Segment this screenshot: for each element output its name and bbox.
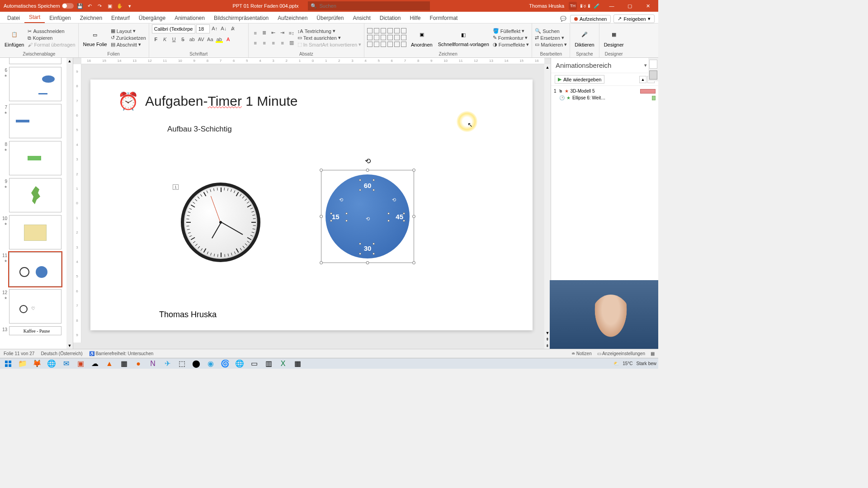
fill-button[interactable]: 🪣Fülleffekt▾ xyxy=(493,28,529,34)
powerpoint-icon[interactable]: ▣ xyxy=(74,359,87,369)
shadow-button[interactable]: ab xyxy=(188,35,196,43)
increase-font-button[interactable]: A↑ xyxy=(211,24,219,33)
status-notes[interactable]: ≐ Notizen xyxy=(571,351,592,356)
present-icon[interactable]: ▣ xyxy=(106,2,113,9)
outline-button[interactable]: ✎Formkontur▾ xyxy=(493,35,529,41)
slide-thumb-8[interactable]: 8★ xyxy=(1,141,70,175)
onenote-icon[interactable]: N xyxy=(146,359,159,369)
explorer-icon[interactable]: 📁 xyxy=(16,359,29,369)
rotate-handle-icon[interactable]: ⟲ xyxy=(365,157,371,165)
telegram-icon[interactable]: ✈ xyxy=(161,359,174,369)
beaker-icon[interactable]: 🧪 xyxy=(593,2,600,9)
slide-thumb-13[interactable]: 13 Kaffee - Pause xyxy=(1,326,70,335)
slide-thumb-7[interactable]: 7★ xyxy=(1,104,70,138)
freigeben-button[interactable]: ↗Freigeben▾ xyxy=(613,14,655,23)
line-spacing-button[interactable]: ≡↕ xyxy=(288,29,296,37)
font-color-button[interactable]: A xyxy=(224,35,232,43)
weather-label[interactable]: Stark bew xyxy=(637,361,656,366)
cut-button[interactable]: ✂Ausschneiden xyxy=(28,28,75,34)
highlight-button[interactable]: ab xyxy=(215,35,223,43)
slide-thumb-12[interactable]: 12★ ♡ xyxy=(1,289,70,324)
redo-icon[interactable]: ↷ xyxy=(96,2,104,9)
tab-ueberpruefen[interactable]: Überprüfen xyxy=(312,13,348,23)
scroll-up-icon[interactable]: ▲ xyxy=(544,64,551,70)
quick-styles-button[interactable]: ◧Schnellformat-vorlagen xyxy=(436,28,491,48)
outlook-icon[interactable]: ✉ xyxy=(60,359,72,369)
search-box[interactable]: 🔍 xyxy=(308,1,430,10)
columns-button[interactable]: ▥ xyxy=(288,39,296,47)
obs-icon[interactable]: ⬤ xyxy=(190,359,203,369)
cloud-icon[interactable]: �ధ� xyxy=(581,2,589,9)
tab-uebergaenge[interactable]: Übergänge xyxy=(134,13,170,23)
dictate-button[interactable]: 🎤Diktieren xyxy=(573,28,596,48)
decrease-font-button[interactable]: A↓ xyxy=(220,24,228,33)
italic-button[interactable]: K xyxy=(161,35,169,43)
app-icon[interactable]: ◉ xyxy=(204,359,217,369)
touch-icon[interactable]: ✋ xyxy=(116,2,123,9)
align-right-button[interactable]: ≡ xyxy=(269,39,278,47)
strike-button[interactable]: S̶ xyxy=(179,35,187,43)
app-icon[interactable]: ⬚ xyxy=(175,359,188,369)
rotate-icon[interactable]: ⟲ xyxy=(339,197,343,203)
find-button[interactable]: 🔍Suchen xyxy=(535,28,567,34)
justify-button[interactable]: ≡ xyxy=(278,39,287,47)
tab-zeichnen[interactable]: Zeichnen xyxy=(75,13,107,23)
status-lang[interactable]: Deutsch (Österreich) xyxy=(41,351,82,356)
shapes-gallery[interactable] xyxy=(367,28,407,48)
replace-button[interactable]: ⇄Ersetzen▾ xyxy=(535,35,567,41)
tab-datei[interactable]: Datei xyxy=(3,13,24,23)
status-accessibility[interactable]: ♿ Barrierefreiheit: Untersuchen xyxy=(89,351,154,356)
view-normal-icon[interactable]: ▦ xyxy=(651,351,655,356)
slides-scrollbar[interactable]: ▲ ▼ xyxy=(66,58,73,349)
slide-thumb-6[interactable]: 6★ xyxy=(1,67,70,101)
app-icon[interactable]: ● xyxy=(132,359,145,369)
tab-animationen[interactable]: Animationen xyxy=(170,13,209,23)
vlc-icon[interactable]: ▲ xyxy=(103,359,116,369)
scroll-down-icon[interactable]: ▼ xyxy=(66,343,73,349)
rotate-icon[interactable]: ⟲ xyxy=(392,197,396,203)
copy-button[interactable]: ⧉Kopieren xyxy=(28,35,75,41)
align-center-button[interactable]: ≡ xyxy=(260,39,269,47)
tab-bildschirm[interactable]: Bildschirmpräsentation xyxy=(209,13,273,23)
animation-item[interactable]: 🕑 ★ Ellipse 6: Weit… xyxy=(554,94,656,101)
app-icon[interactable]: ▦ xyxy=(291,359,304,369)
save-icon[interactable]: 💾 xyxy=(76,2,84,9)
decrease-indent-button[interactable]: ⇤ xyxy=(269,29,278,37)
slide-thumb-10[interactable]: 10★ xyxy=(1,215,70,249)
font-size-select[interactable] xyxy=(196,24,210,33)
aufzeichnen-button[interactable]: Aufzeichnen xyxy=(570,15,611,23)
tab-entwurf[interactable]: Entwurf xyxy=(107,13,134,23)
slide-canvas[interactable]: ⏰ Aufgaben-Timer 1 Minute Aufbau 3-Schic… xyxy=(90,80,533,330)
app-icon[interactable]: ▥ xyxy=(262,359,275,369)
tab-einfuegen[interactable]: Einfügen xyxy=(45,13,75,23)
underline-button[interactable]: U xyxy=(170,35,178,43)
firefox-icon[interactable]: 🦊 xyxy=(31,359,43,369)
tab-hilfe[interactable]: Hilfe xyxy=(405,13,425,23)
blue-timer-ellipse[interactable]: 60 45 30 15 ⟲ ⟲ ⟲ xyxy=(326,174,410,258)
anordnen-button[interactable]: ▣Anordnen xyxy=(409,28,434,48)
status-slide[interactable]: Folie 11 von 27 xyxy=(4,351,34,356)
animation-item[interactable]: 1 🖱 ★ 3D-Modell 5 xyxy=(554,88,656,94)
close-button[interactable]: ✕ xyxy=(641,0,655,12)
animation-tag[interactable]: 1 xyxy=(173,184,179,190)
tab-formformat[interactable]: Formformat xyxy=(425,13,462,23)
rotate-icon[interactable]: ⟲ xyxy=(366,216,370,222)
smartart-button[interactable]: ⬚In SmartArt konvertieren▾ xyxy=(297,42,361,47)
app-icon[interactable]: 🌀 xyxy=(219,359,231,369)
designer-button[interactable]: ▦Designer xyxy=(602,28,626,48)
app-icon[interactable]: ☁ xyxy=(89,359,101,369)
numbering-button[interactable]: ≣ xyxy=(260,29,269,37)
move-up-button[interactable]: ▲ xyxy=(639,76,646,83)
font-name-select[interactable] xyxy=(152,24,195,33)
tab-aufzeichnen[interactable]: Aufzeichnen xyxy=(273,13,312,23)
layout-button[interactable]: ▦Layout▾ xyxy=(111,28,146,34)
undo-icon[interactable]: ↶ xyxy=(86,2,94,9)
increase-indent-button[interactable]: ⇥ xyxy=(278,29,287,37)
tab-dictation[interactable]: Dictation xyxy=(375,13,406,23)
slide-thumb-9[interactable]: 9★ xyxy=(1,178,70,212)
user-name[interactable]: Thomas Hruska xyxy=(529,3,564,9)
format-painter-button[interactable]: 🖌Format übertragen xyxy=(28,42,75,47)
maximize-button[interactable]: ▢ xyxy=(623,0,637,12)
start-button[interactable] xyxy=(2,359,14,369)
paste-button[interactable]: 📋 Einfügen xyxy=(3,28,26,48)
